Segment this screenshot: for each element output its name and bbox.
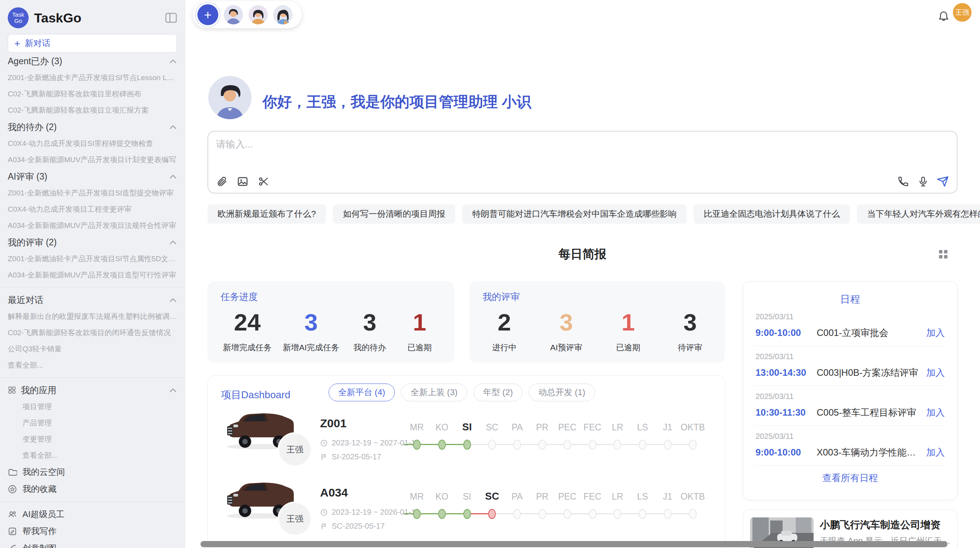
milestone-dot[interactable] [413, 440, 421, 450]
join-link[interactable]: 加入 [926, 327, 945, 339]
milestone-dot[interactable] [438, 440, 446, 450]
section-header[interactable]: AI评审 (3) [8, 168, 177, 185]
chevron-up-icon[interactable] [169, 125, 177, 129]
view-all-link[interactable]: 查看全部... [8, 447, 177, 464]
milestone-dot[interactable] [639, 440, 646, 450]
stat-value: 1 [609, 308, 648, 336]
sidebar-item-favorites[interactable]: 我的收藏 [8, 481, 177, 498]
project-row[interactable]: 王强 Z001 2023-12-19 ~ 2027-01-19 SI-2025-… [208, 403, 726, 465]
join-link[interactable]: 加入 [926, 366, 945, 379]
milestone-dot[interactable] [488, 509, 496, 519]
conversation-item[interactable]: C0X4-动力总成开发项目工程变更评审 [8, 201, 177, 217]
sidebar-item-creative-drawing[interactable]: 创意制图 [8, 540, 177, 548]
suggestion-chip[interactable]: 当下年轻人对汽车外观有怎样的喜好趋势 [857, 204, 980, 224]
section-header[interactable]: 最近对话 [8, 291, 177, 308]
milestone-dot[interactable] [689, 440, 697, 450]
app-item[interactable]: 变更管理 [8, 431, 177, 447]
chevron-up-icon[interactable] [169, 59, 177, 63]
conversation-item[interactable]: Z001-全新燃油皮卡产品开发项目SI节点Lesson Learn报告 [8, 70, 177, 86]
agent-avatar[interactable] [248, 5, 268, 24]
app-item[interactable]: 项目管理 [8, 399, 177, 415]
conversation-item[interactable]: A034-全新新能源MUV产品开发项目造型可行性评审 [8, 267, 177, 283]
dashboard-tab[interactable]: 全新上装 (3) [401, 384, 467, 401]
dashboard-tab[interactable]: 全新平台 (4) [329, 384, 395, 401]
chevron-up-icon[interactable] [169, 388, 177, 392]
conversation-item[interactable]: A034-全新新能源MUV产品开发项目计划变更表编写 [8, 152, 177, 168]
conversation-item[interactable]: C02-飞腾新能源轻客改款项目立项汇报方案 [8, 102, 177, 118]
project-row[interactable]: 王强 A034 2023-12-19 ~ 2026-01-19 SC-2025-… [208, 472, 726, 534]
agent-avatar[interactable] [273, 5, 293, 24]
event-title: C001-立项审批会 [817, 327, 922, 339]
chevron-up-icon[interactable] [169, 174, 177, 179]
milestone-dot[interactable] [639, 509, 646, 519]
conversation-item[interactable]: C02-飞腾新能源轻客改款项目里程碑画布 [8, 86, 177, 102]
milestone-dot[interactable] [613, 440, 621, 450]
recent-conversation-item[interactable]: 解释最新出台的欧盟报废车法规再生塑料比例被调至15%... [8, 308, 177, 325]
view-all-schedule-link[interactable]: 查看所有日程 [743, 472, 957, 484]
chevron-up-icon[interactable] [169, 240, 177, 245]
collapse-sidebar-icon[interactable] [165, 13, 177, 23]
sidebar-item-cloud-space[interactable]: 我的云空间 [8, 464, 177, 481]
suggestion-chip[interactable]: 欧洲新规最近颁布了什么? [207, 204, 326, 224]
milestone-dot[interactable] [564, 509, 571, 519]
section-header[interactable]: Agent已办 (3) [8, 53, 177, 70]
milestone-dot[interactable] [463, 440, 471, 450]
stat-label: 新增完成任务 [223, 342, 272, 353]
milestone-dot[interactable] [589, 440, 596, 450]
join-link[interactable]: 加入 [926, 446, 945, 459]
schedule-event: 2025/03/119:00-10:00C001-立项审批会加入 [754, 306, 946, 346]
milestone-dot[interactable] [538, 509, 546, 519]
recent-conversation-item[interactable]: 公司Q3轻卡销量 [8, 341, 177, 357]
suggestion-chip[interactable]: 特朗普可能对进口汽车增税会对中国车企造成哪些影响 [462, 204, 687, 224]
milestone-dot[interactable] [413, 509, 421, 519]
section-header[interactable]: 我的待办 (2) [8, 118, 177, 135]
horizontal-scrollbar[interactable] [200, 541, 947, 547]
section-title: 我的评审 (2) [8, 236, 57, 248]
join-link[interactable]: 加入 [926, 406, 945, 419]
milestone-dot[interactable] [438, 509, 446, 519]
milestone-dot[interactable] [513, 509, 521, 519]
section-header[interactable]: 我的应用 [8, 382, 177, 399]
milestone-dot[interactable] [488, 440, 496, 450]
dashboard-tab[interactable]: 动总开发 (1) [529, 384, 595, 401]
milestone-dot[interactable] [564, 440, 571, 450]
microphone-icon[interactable] [917, 175, 930, 188]
voice-call-icon[interactable] [896, 175, 910, 188]
milestone-dot[interactable] [613, 509, 621, 519]
milestone-dot[interactable] [664, 440, 672, 450]
chat-input[interactable] [215, 137, 875, 162]
suggestion-chip[interactable]: 比亚迪全固态电池计划具体说了什么 [694, 204, 850, 224]
layout-grid-icon[interactable] [938, 249, 948, 259]
milestone-dot[interactable] [538, 440, 546, 450]
dashboard-tab[interactable]: 年型 (2) [473, 384, 523, 401]
scissors-icon[interactable] [257, 175, 270, 188]
agent-avatar[interactable] [224, 5, 243, 24]
milestone-dot[interactable] [589, 509, 596, 519]
view-all-link[interactable]: 查看全部... [8, 357, 177, 373]
attachment-icon[interactable] [215, 175, 228, 188]
image-icon[interactable] [236, 175, 249, 188]
my-review-card: 我的评审 2进行中3AI预评审1已逾期3待评审 [469, 281, 725, 363]
new-chat-button[interactable]: + 新对话 [8, 34, 177, 53]
conversation-item[interactable]: C0X4-动力总成开发项目SI里程碑提交物检查 [8, 135, 177, 152]
stat-value: 3 [350, 308, 389, 336]
conversation-item[interactable]: Z001-全新燃油轻卡产品开发项目SI造型提交物评审 [8, 185, 177, 201]
section-header[interactable]: 我的评审 (2) [8, 234, 177, 251]
sidebar-item-help-writing[interactable]: 帮我写作 [8, 523, 177, 540]
milestone-dot[interactable] [463, 509, 471, 519]
new-session-button[interactable]: + [197, 4, 218, 25]
conversation-item[interactable]: A034-全新新能源MUV产品开发项目法规符合性评审 [8, 217, 177, 234]
conversation-item[interactable]: Z001-全新燃油轻卡产品开发项目SI节点属性5D文件评审 [8, 251, 177, 267]
user-avatar[interactable]: 王强 [953, 3, 971, 22]
milestone-dot[interactable] [689, 509, 697, 519]
send-icon[interactable] [937, 175, 950, 188]
chevron-up-icon[interactable] [169, 298, 177, 302]
milestone-dot[interactable] [664, 509, 672, 519]
recent-conversation-item[interactable]: C02-飞腾新能源轻客改款项目的闭环通告反馈情况 [8, 325, 177, 341]
milestone-dot[interactable] [513, 440, 521, 450]
event-title: C005-整车工程目标评审 [817, 406, 922, 419]
notification-bell-icon[interactable] [937, 9, 950, 22]
app-item[interactable]: 产品管理 [8, 415, 177, 431]
suggestion-chip[interactable]: 如何写一份清晰的项目周报 [333, 204, 455, 224]
sidebar-item-ai-super-staff[interactable]: AI超级员工 [8, 506, 177, 523]
